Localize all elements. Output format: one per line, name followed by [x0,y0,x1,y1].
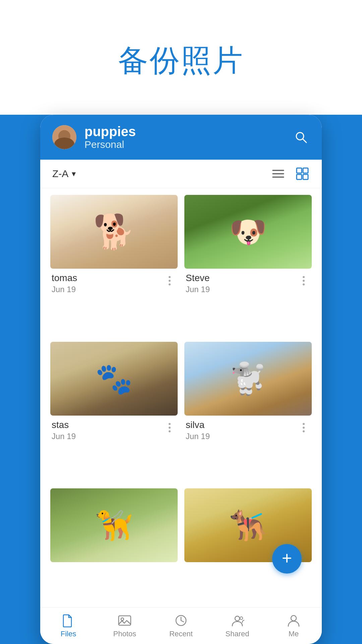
more-dot [169,283,171,285]
file-info: Steve Jun 19 [184,269,312,297]
files-icon [61,613,75,628]
file-thumbnail[interactable] [184,342,312,416]
file-date: Jun 19 [186,432,210,441]
list-item: tomas Jun 19 [50,195,178,335]
grid-view-button[interactable] [295,166,310,181]
sort-control[interactable]: Z-A ▾ [52,168,76,179]
more-dot [169,430,171,432]
search-button[interactable] [292,128,310,146]
tab-photos-label: Photos [113,630,136,638]
more-dot [303,280,305,282]
shared-icon [230,613,244,628]
tab-shared[interactable]: Shared [209,607,265,644]
view-controls [271,166,310,181]
more-button[interactable] [297,420,310,433]
svg-rect-8 [303,174,308,179]
svg-line-1 [303,139,306,143]
phone-container: puppies Personal Z-A ▾ [40,115,322,644]
file-info: stas Jun 19 [50,416,178,444]
tab-me-label: Me [289,630,299,638]
file-name: tomas [52,273,77,283]
more-dot [303,276,305,278]
more-dot [169,427,171,429]
tab-shared-label: Shared [226,630,249,638]
file-meta: silva Jun 19 [186,420,210,441]
file-thumbnail[interactable] [50,195,178,269]
file-name: stas [52,420,76,430]
file-info: tomas Jun 19 [50,269,178,297]
more-button[interactable] [297,273,310,286]
tab-files[interactable]: Files [40,607,97,644]
more-button[interactable] [163,273,176,286]
tab-me[interactable]: Me [265,607,322,644]
svg-point-13 [240,617,243,620]
file-thumbnail[interactable] [50,342,178,416]
file-date: Jun 19 [52,432,76,441]
photos-icon [118,613,132,628]
recent-icon [174,613,188,628]
toolbar: Z-A ▾ [40,160,322,188]
file-date: Jun 19 [52,285,77,294]
files-grid: tomas Jun 19 Steve [40,188,322,607]
file-thumbnail[interactable] [184,195,312,269]
more-dot [303,283,305,285]
tab-recent[interactable]: Recent [153,607,209,644]
file-info: silva Jun 19 [184,416,312,444]
more-dot [169,280,171,282]
tab-files-label: Files [61,630,76,638]
bottom-nav: Files Photos [40,607,322,644]
svg-rect-6 [303,168,308,173]
folder-name: puppies [84,124,284,139]
list-item: stas Jun 19 [50,342,178,482]
file-meta: Steve Jun 19 [186,273,210,294]
tab-recent-label: Recent [169,630,193,638]
svg-rect-9 [119,616,131,625]
list-item [184,488,312,600]
file-meta: tomas Jun 19 [52,273,77,294]
app-wrapper: 备份照片 puppies Personal Z-A ▾ [0,0,362,644]
list-item [50,488,178,600]
chevron-down-icon: ▾ [72,169,76,178]
page-title: 备份照片 [0,20,362,98]
more-dot [169,423,171,425]
tab-photos[interactable]: Photos [97,607,153,644]
content-area: tomas Jun 19 Steve [40,188,322,607]
list-view-button[interactable] [271,166,286,181]
app-header: puppies Personal [40,115,322,160]
page-title-area: 备份照片 [0,0,362,115]
more-dot [303,423,305,425]
file-thumbnail[interactable] [50,488,178,562]
file-date: Jun 19 [186,285,210,294]
list-item: silva Jun 19 [184,342,312,482]
header-text: puppies Personal [84,124,284,150]
add-button[interactable]: + [272,544,302,574]
plus-icon: + [282,549,292,567]
svg-rect-5 [297,168,302,173]
avatar[interactable] [52,125,76,149]
file-name: Steve [186,273,210,283]
svg-rect-7 [297,174,302,179]
more-dot [303,430,305,432]
list-item: Steve Jun 19 [184,195,312,335]
svg-point-14 [291,615,296,621]
sort-label: Z-A [52,168,68,179]
folder-type: Personal [84,139,284,150]
svg-point-10 [121,618,124,621]
me-icon [287,613,301,628]
more-button[interactable] [163,420,176,433]
more-dot [303,427,305,429]
more-dot [169,276,171,278]
svg-point-12 [235,616,240,621]
file-name: silva [186,420,210,430]
file-meta: stas Jun 19 [52,420,76,441]
